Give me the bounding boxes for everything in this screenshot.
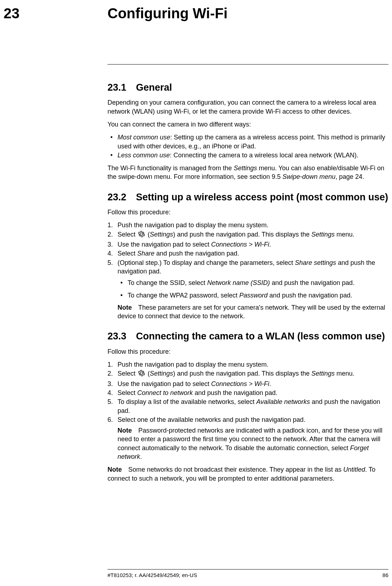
page-footer: #T810253; r. AA/42549/42549; en-US 86 — [107, 569, 388, 579]
sub-bullet-list: To change the SSID, select Network name … — [118, 278, 388, 300]
list-item: Most common use: Setting up the camera a… — [107, 133, 388, 151]
list-item: Select one of the available networks and… — [107, 415, 388, 461]
text: . — [140, 453, 142, 460]
list-item: Select (Settings) and push the navigatio… — [107, 230, 388, 240]
list-item: To display a list of the available netwo… — [107, 397, 388, 415]
text: . — [269, 241, 271, 248]
text: To change the WPA2 password, select — [128, 292, 239, 299]
text: ) and push the navigation pad. This disp… — [173, 231, 311, 238]
text: Select — [118, 250, 137, 257]
paragraph: Follow this procedure: — [107, 347, 388, 356]
paragraph: Follow this procedure: — [107, 208, 388, 216]
text: Use the navigation pad to select — [118, 380, 211, 387]
list-item: Select Connect to network and push the n… — [107, 389, 388, 397]
chapter-header: 23 Configuring Wi-Fi — [0, 0, 392, 23]
emphasis: Settings — [150, 231, 173, 238]
emphasis: Share settings — [295, 259, 336, 266]
note-label: Note — [118, 304, 132, 311]
text: Select — [118, 370, 137, 377]
text: The Wi-Fi functionality is managed from … — [107, 165, 234, 172]
text: menu. — [335, 370, 354, 377]
emphasis: Most common use — [118, 134, 170, 141]
emphasis: Settings — [150, 370, 173, 377]
emphasis: Settings — [311, 231, 335, 238]
note-label: Note — [107, 466, 122, 473]
list-item: Push the navigation pad to display the m… — [107, 360, 388, 369]
emphasis: Network name (SSID) — [207, 279, 270, 286]
text: , page 24. — [335, 173, 364, 180]
text: Select one of the available networks and… — [118, 416, 305, 423]
chapter-title: Configuring Wi-Fi — [107, 4, 228, 23]
note: Note These parameters are set for your c… — [118, 303, 388, 321]
chapter-number: 23 — [4, 4, 107, 23]
text: : Connecting the camera to a wireless lo… — [170, 152, 358, 159]
section-heading-access-point: 23.2 Setting up a wireless access point … — [107, 191, 388, 203]
text: ) and push the navigation pad. This disp… — [173, 370, 311, 377]
emphasis: Password — [239, 292, 268, 299]
emphasis: Connections > Wi-Fi — [211, 241, 269, 248]
emphasis: Connect to network — [137, 389, 193, 396]
note: Note Password-protected networks are ind… — [118, 426, 388, 461]
text: and push the navigation pad. — [154, 250, 239, 257]
text: and push the navigation pad. — [193, 389, 277, 396]
text: Select — [118, 231, 137, 238]
list-item: Select (Settings) and push the navigatio… — [107, 369, 388, 379]
section-heading-general: 23.1 General — [107, 82, 388, 93]
list-item: Push the navigation pad to display the m… — [107, 221, 388, 229]
list-item: Less common use: Connecting the camera t… — [107, 151, 388, 159]
divider — [107, 64, 388, 65]
text: . — [269, 380, 271, 387]
paragraph: The Wi-Fi functionality is managed from … — [107, 164, 388, 181]
paragraph-note: Note Some networks do not broadcast thei… — [107, 465, 388, 483]
gear-icon — [138, 230, 145, 240]
section-heading-wlan: 23.3 Connecting the camera to a WLAN (le… — [107, 330, 388, 342]
list-item: To change the SSID, select Network name … — [118, 278, 388, 287]
paragraph: Depending on your camera configuration, … — [107, 98, 388, 116]
emphasis: Share — [137, 250, 154, 257]
emphasis: Swipe-down menu — [282, 173, 335, 180]
text: To display a list of the available netwo… — [118, 398, 256, 405]
list-item: Use the navigation pad to select Connect… — [107, 380, 388, 388]
divider — [107, 569, 388, 570]
text: and push the navigation pad. — [268, 292, 352, 299]
emphasis: Settings — [234, 165, 257, 172]
ordered-list: Push the navigation pad to display the m… — [107, 360, 388, 461]
emphasis: Available networks — [256, 398, 310, 405]
footer-page-number: 86 — [382, 572, 388, 579]
text: These parameters are set for your camera… — [118, 304, 385, 320]
text: and push the navigation pad. — [270, 279, 354, 286]
emphasis: Connections > Wi-Fi — [211, 380, 269, 387]
text: Some networks do not broadcast their exi… — [122, 466, 343, 473]
ordered-list: Push the navigation pad to display the m… — [107, 221, 388, 320]
list-item: To change the WPA2 password, select Pass… — [118, 291, 388, 300]
text: Use the navigation pad to select — [118, 241, 211, 248]
list-item: Use the navigation pad to select Connect… — [107, 240, 388, 249]
list-item: Select Share and push the navigation pad… — [107, 249, 388, 258]
note-label: Note — [118, 427, 132, 434]
text: menu. — [335, 231, 354, 238]
footer-docid: #T810253; r. AA/42549/42549; en-US — [107, 572, 197, 579]
bullet-list: Most common use: Setting up the camera a… — [107, 133, 388, 159]
emphasis: Settings — [311, 370, 335, 377]
emphasis: Less common use — [118, 152, 170, 159]
content-area: 23.1 General Depending on your camera co… — [107, 23, 388, 483]
text: Password-protected networks are indicate… — [118, 427, 382, 452]
text: (Optional step.) To display and change t… — [118, 259, 295, 266]
paragraph: You can connect the camera in two differ… — [107, 120, 388, 129]
text: Select — [118, 389, 137, 396]
emphasis: Untitled — [343, 466, 365, 473]
list-item: (Optional step.) To display and change t… — [107, 258, 388, 321]
gear-icon — [138, 370, 145, 379]
text: To change the SSID, select — [128, 279, 207, 286]
